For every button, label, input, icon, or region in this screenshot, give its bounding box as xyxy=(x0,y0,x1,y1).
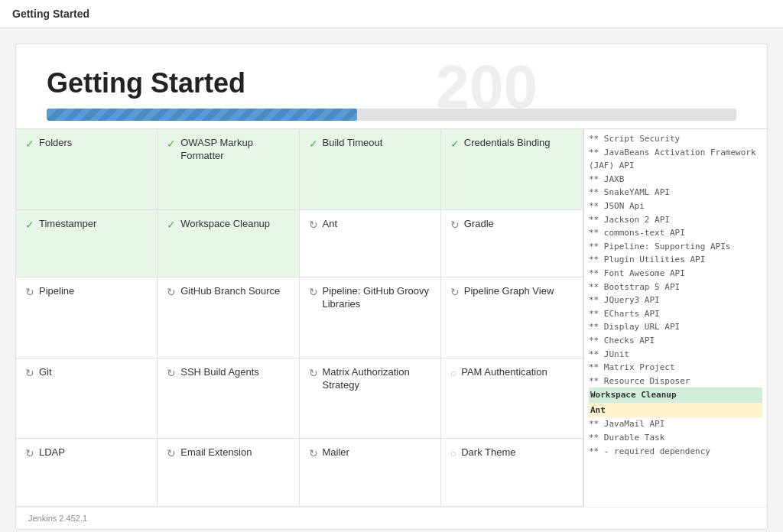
plugin-cell: ↻Gradle xyxy=(441,210,583,278)
plugin-cell: ↻SSH Build Agents xyxy=(158,358,299,440)
log-item: ** JavaMail API xyxy=(589,417,762,431)
plugin-name: Dark Theme xyxy=(461,446,515,459)
log-item: ** SnakeYAML API xyxy=(589,186,762,200)
plugin-name: SSH Build Agents xyxy=(180,366,259,379)
plugin-name: OWASP Markup Formatter xyxy=(180,137,289,163)
log-item: ** Pipeline: Supporting APIs xyxy=(589,240,762,254)
plugin-cell: ✓Timestamper xyxy=(16,210,158,278)
log-item: ** JAXB xyxy=(589,173,762,187)
plugin-name: Mailer xyxy=(323,446,349,459)
progress-bar-container xyxy=(47,109,736,121)
log-item: ** Resource Disposer xyxy=(589,375,762,388)
plugin-cell: ○Dark Theme xyxy=(441,439,583,507)
plugin-name: Email Extension xyxy=(180,446,252,459)
log-item: ** Font Awesome API xyxy=(589,267,762,281)
footer: Jenkins 2.452.1 xyxy=(16,507,767,529)
log-item: ** - required dependency xyxy=(589,445,762,459)
check-icon: ✓ xyxy=(167,219,176,231)
plugin-cell: ✓Credentials Binding xyxy=(441,129,583,210)
log-item: ** Bootstrap 5 API xyxy=(589,281,762,294)
plugin-name: Timestamper xyxy=(39,218,96,231)
log-item: ** commons-text API xyxy=(589,226,762,240)
plugin-cell: ↻LDAP xyxy=(16,439,158,507)
log-item: ** Display URL API xyxy=(589,320,762,334)
plugin-name: Gradle xyxy=(464,218,494,231)
log-item: ** JUnit xyxy=(589,348,762,362)
plugin-name: Git xyxy=(39,366,52,379)
plugin-cell: ✓Build Timeout xyxy=(300,129,441,210)
plugin-name: Build Timeout xyxy=(323,137,383,150)
plugin-cell: ✓OWASP Markup Formatter xyxy=(158,129,299,210)
plugin-name: Pipeline Graph View xyxy=(464,285,554,298)
log-item: ** Plugin Utilities API xyxy=(589,253,762,267)
loading-icon: ↻ xyxy=(450,219,460,231)
plugin-cell: ↻Pipeline xyxy=(16,277,158,358)
top-bar: Getting Started xyxy=(0,0,783,28)
top-bar-title: Getting Started xyxy=(12,8,89,20)
loading-icon: ↻ xyxy=(25,367,34,379)
plugin-cell: ↻Mailer xyxy=(300,439,441,507)
loading-icon: ↻ xyxy=(450,286,460,298)
grid-section: ✓Folders✓OWASP Markup Formatter✓Build Ti… xyxy=(16,128,767,507)
loading-icon: ↻ xyxy=(167,286,176,298)
plugin-name: Pipeline xyxy=(39,285,74,298)
check-icon: ✓ xyxy=(450,138,460,150)
plugin-cell: ↻Ant xyxy=(300,210,441,278)
plugin-name: Workspace Cleanup xyxy=(180,218,270,231)
plugin-name: PAM Authentication xyxy=(461,366,547,379)
plugin-cell: ○PAM Authentication xyxy=(441,358,583,440)
plugin-name: GitHub Branch Source xyxy=(180,285,280,298)
circle-icon: ○ xyxy=(450,447,456,459)
plugin-name: Credentials Binding xyxy=(464,137,551,150)
page-title: Getting Started xyxy=(47,67,736,99)
log-item: ** JQuery3 API xyxy=(589,294,762,307)
check-icon: ✓ xyxy=(167,138,176,150)
plugin-name: Pipeline: GitHub Groovy Libraries xyxy=(323,285,431,311)
loading-icon: ↻ xyxy=(167,367,176,379)
check-icon: ✓ xyxy=(25,138,34,150)
log-item: ** Script Security xyxy=(589,132,762,146)
plugin-cell: ↻GitHub Branch Source xyxy=(158,277,299,358)
sidebar-log[interactable]: ** Script Security** JavaBeans Activatio… xyxy=(583,129,767,507)
log-item: ** Checks API xyxy=(589,334,762,348)
jenkins-version: Jenkins 2.452.1 xyxy=(28,514,87,523)
plugin-cell: ↻Email Extension xyxy=(158,439,299,507)
log-item: ** JavaBeans Activation Framework xyxy=(589,146,762,160)
plugin-cell: ↻Matrix Authorization Strategy xyxy=(300,358,441,440)
main-content: 200 Getting Started ✓Folders✓OWASP Marku… xyxy=(15,44,768,530)
log-item: ** Matrix Project xyxy=(589,361,762,375)
plugin-cell: ✓Workspace Cleanup xyxy=(158,210,299,278)
circle-icon: ○ xyxy=(450,367,456,379)
check-icon: ✓ xyxy=(25,219,34,231)
plugin-name: LDAP xyxy=(39,446,65,459)
loading-icon: ↻ xyxy=(309,286,318,298)
header-section: 200 Getting Started xyxy=(16,44,767,128)
log-item: Workspace Cleanup xyxy=(589,388,762,403)
plugin-cell: ↻Pipeline Graph View xyxy=(441,277,583,358)
loading-icon: ↻ xyxy=(309,447,318,459)
log-item: (JAF) API xyxy=(589,159,762,173)
log-item: ** Durable Task xyxy=(589,431,762,445)
plugins-grid: ✓Folders✓OWASP Markup Formatter✓Build Ti… xyxy=(16,129,583,507)
plugin-cell: ✓Folders xyxy=(16,129,158,210)
plugin-cell: ↻Pipeline: GitHub Groovy Libraries xyxy=(300,277,441,358)
loading-icon: ↻ xyxy=(309,367,318,379)
log-item: ** ECharts API xyxy=(589,307,762,321)
check-icon: ✓ xyxy=(309,138,318,150)
loading-icon: ↻ xyxy=(309,219,318,231)
loading-icon: ↻ xyxy=(25,447,34,459)
log-item: ** Jackson 2 API xyxy=(589,213,762,227)
plugin-name: Matrix Authorization Strategy xyxy=(323,366,431,392)
plugin-cell: ↻Git xyxy=(16,358,158,440)
loading-icon: ↻ xyxy=(167,447,176,459)
log-item: Ant xyxy=(589,403,762,418)
plugin-name: Folders xyxy=(39,137,72,150)
plugin-name: Ant xyxy=(323,218,338,231)
loading-icon: ↻ xyxy=(25,286,34,298)
progress-bar-fill xyxy=(47,109,357,121)
log-item: ** JSON Api xyxy=(589,200,762,213)
